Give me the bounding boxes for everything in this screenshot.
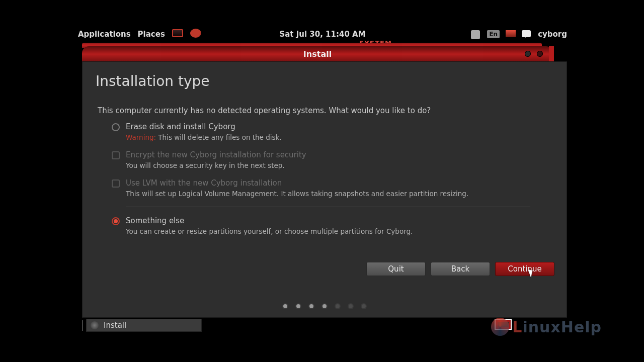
option-encrypt: Encrypt the new Cyborg installation for … xyxy=(112,150,544,169)
task-label: Install xyxy=(104,321,126,330)
keyboard-layout-indicator[interactable]: En xyxy=(487,30,500,38)
window-titlebar[interactable]: Install xyxy=(82,46,553,61)
checkbox-encrypt xyxy=(112,151,120,159)
radio-erase-disk[interactable] xyxy=(112,123,120,131)
step-dot xyxy=(336,304,340,308)
option-else-sub: You can create or resize partitions your… xyxy=(126,227,544,235)
task-icon xyxy=(91,321,99,329)
top-panel: Applications Places Sat Jul 30, 11:40 AM… xyxy=(78,27,567,41)
network-icon[interactable] xyxy=(506,30,516,38)
continue-button[interactable]: Continue xyxy=(495,262,554,276)
option-encrypt-sub: You will choose a security key in the ne… xyxy=(126,161,544,169)
option-lvm: Use LVM with the new Cyborg installation… xyxy=(112,178,544,198)
radio-something-else[interactable] xyxy=(112,217,120,225)
option-lvm-sub: This will set up Logical Volume Manageme… xyxy=(126,190,544,198)
show-desktop-icon[interactable] xyxy=(82,321,83,330)
tray-badge xyxy=(495,319,512,330)
monitor-icon[interactable] xyxy=(172,29,183,39)
menu-applications[interactable]: Applications xyxy=(78,30,131,39)
install-options: Erase disk and install Cyborg Warning: T… xyxy=(112,122,544,244)
option-erase-label: Erase disk and install Cyborg xyxy=(126,122,235,131)
cyborg-swirl-icon[interactable] xyxy=(190,29,201,40)
page-heading: Installation type xyxy=(96,73,210,89)
menu-places[interactable]: Places xyxy=(138,30,165,39)
wizard-buttons: Quit Back Continue xyxy=(366,262,554,276)
step-indicator xyxy=(283,304,366,308)
step-dot xyxy=(309,304,313,308)
chat-icon[interactable] xyxy=(522,30,532,38)
step-dot xyxy=(296,304,300,308)
step-dot xyxy=(323,304,327,308)
quit-button[interactable]: Quit xyxy=(366,262,426,276)
option-erase-disk[interactable]: Erase disk and install Cyborg Warning: T… xyxy=(112,122,544,141)
update-manager-icon[interactable] xyxy=(471,30,481,38)
clock[interactable]: Sat Jul 30, 11:40 AM xyxy=(279,30,365,39)
taskbar-entry-install[interactable]: Install xyxy=(86,319,202,332)
checkbox-lvm xyxy=(112,179,120,188)
minimize-button[interactable] xyxy=(525,51,531,57)
back-button[interactable]: Back xyxy=(431,262,490,276)
installer-window: Installation type This computer currentl… xyxy=(82,61,567,318)
user-menu[interactable]: cyborg xyxy=(538,30,567,39)
option-something-else[interactable]: Something else You can create or resize … xyxy=(112,216,544,235)
option-lvm-label: Use LVM with the new Cyborg installation xyxy=(126,178,282,188)
step-dot xyxy=(283,304,287,308)
option-erase-warning: Warning: This will delete any files on t… xyxy=(126,133,544,141)
close-button[interactable] xyxy=(537,51,543,57)
option-else-label: Something else xyxy=(126,216,184,225)
titlebar-accent xyxy=(549,46,554,61)
option-encrypt-label: Encrypt the new Cyborg installation for … xyxy=(126,150,306,159)
step-dot xyxy=(362,304,366,308)
page-intro: This computer currently has no detected … xyxy=(98,106,431,115)
options-divider xyxy=(126,207,530,207)
step-dot xyxy=(349,304,353,308)
window-title: Install xyxy=(303,49,332,59)
